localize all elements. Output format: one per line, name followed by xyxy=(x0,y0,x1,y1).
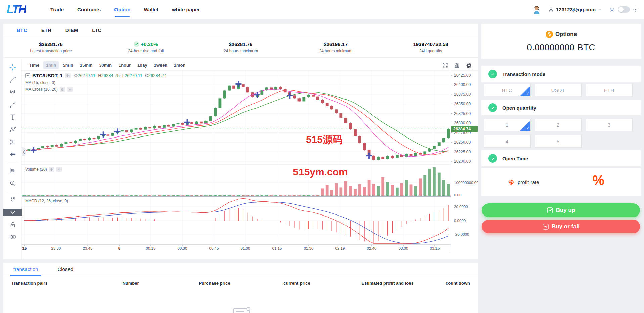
profit-rate-unit: % xyxy=(592,173,604,188)
support-avatar[interactable] xyxy=(532,5,541,14)
nav-item-contracts[interactable]: Contracts xyxy=(77,0,101,19)
timeframe-5min[interactable]: 5min xyxy=(60,61,76,69)
gem-icon xyxy=(508,179,515,186)
tool-gann-fan-icon[interactable] xyxy=(3,87,22,97)
market-tab-btc[interactable]: BTC xyxy=(17,27,27,33)
timeframe-1day[interactable]: 1day xyxy=(135,61,150,69)
timeframe-1mon[interactable]: 1mon xyxy=(171,61,188,69)
ma-cross-close-icon[interactable]: ✕ xyxy=(67,87,73,92)
tool-back-arrow-icon[interactable] xyxy=(3,149,22,159)
svg-text:100000000.00: 100000000.00 xyxy=(454,181,478,185)
timeframe-15min[interactable]: 15min xyxy=(77,61,95,69)
sun-icon xyxy=(609,7,615,12)
timeframe-30min[interactable]: 30min xyxy=(96,61,114,69)
orders-tab-closed[interactable]: Closed xyxy=(57,263,73,276)
orders-tab-transaction[interactable]: transaction xyxy=(13,263,38,276)
tool-lock-icon[interactable] xyxy=(3,220,22,230)
fullscreen-icon[interactable] xyxy=(441,62,449,69)
timeframe-1week[interactable]: 1week xyxy=(151,61,170,69)
theme-switcher xyxy=(609,6,638,13)
svg-text:15: 15 xyxy=(22,246,27,250)
volume-close-icon[interactable]: ✕ xyxy=(56,167,62,172)
buy-fall-button[interactable]: Buy or fall xyxy=(482,220,640,233)
market-tabs: BTCETHDIEMLTC xyxy=(3,24,478,37)
option-4[interactable]: 4 xyxy=(484,135,531,148)
profit-rate-card: profit rate % xyxy=(481,168,641,196)
toggle-knob xyxy=(618,7,624,12)
brand-logo[interactable]: LTH xyxy=(7,3,26,16)
panel-title: Options xyxy=(555,31,577,38)
theme-toggle[interactable] xyxy=(618,6,630,13)
option-1[interactable]: 1✓ xyxy=(484,119,531,131)
tool-zoom-in-icon[interactable] xyxy=(3,178,22,188)
svg-text:26425.00: 26425.00 xyxy=(454,73,471,78)
options-balance-card: $ Options 0.00000000 BTC xyxy=(481,24,641,59)
stat-label: 24 hours minimum xyxy=(319,49,352,53)
timeframe-1min[interactable]: 1min xyxy=(43,61,59,69)
chart-area[interactable]: 26425.0026400.0026375.0026350.0026325.00… xyxy=(22,71,478,252)
tool-trend-line-icon[interactable] xyxy=(3,75,22,85)
legend-collapse-icon[interactable]: – xyxy=(25,73,30,78)
svg-text:0.0000: 0.0000 xyxy=(454,219,466,223)
tools-divider xyxy=(7,192,18,192)
svg-text:26350.00: 26350.00 xyxy=(454,102,471,106)
trade-panel: $ Options 0.00000000 BTC Transaction mod… xyxy=(481,24,641,259)
timeframe-1hour[interactable]: 1hour xyxy=(116,61,133,69)
svg-text:26300.00: 26300.00 xyxy=(454,121,471,125)
tool-xabcd-pattern-icon[interactable] xyxy=(3,124,22,134)
svg-text:00:30: 00:30 xyxy=(178,246,187,250)
nav-item-option[interactable]: Option xyxy=(114,0,130,19)
stat-block: $26281.76 Latest transaction price xyxy=(3,37,98,57)
option-group: BTC✓USDTETH xyxy=(484,84,639,96)
section-header: Open quantity xyxy=(481,100,641,115)
tool-forecast-icon[interactable] xyxy=(3,137,22,147)
user-menu[interactable]: 123123@qq.com xyxy=(548,7,602,12)
nav-item-trade[interactable]: Trade xyxy=(50,0,64,19)
chevron-down-icon xyxy=(598,8,602,12)
buy-up-button[interactable]: Buy up xyxy=(482,203,640,217)
pair-settings-gear-icon[interactable]: ⚙ xyxy=(65,73,71,78)
stat-label: 24-hour rise and fall xyxy=(128,49,164,53)
timeframe-list: Time1min5min15min30min1hour1day1week1mon xyxy=(27,61,188,69)
tool-crosshair-icon[interactable] xyxy=(3,62,22,72)
orders-column-header: Number xyxy=(89,281,173,286)
nav-item-white-paper[interactable]: white paper xyxy=(172,0,200,19)
tool-brush-icon[interactable] xyxy=(3,100,22,110)
timeframe-time[interactable]: Time xyxy=(27,61,42,69)
tool-eye-icon[interactable] xyxy=(3,232,22,242)
nav-item-wallet[interactable]: Wallet xyxy=(144,0,158,19)
macd-indicator-label: MACD (12, 26, close, 9) xyxy=(25,199,68,203)
ma-cross-gear-icon[interactable]: ⚙ xyxy=(60,87,65,92)
svg-text:26225.00: 26225.00 xyxy=(454,150,471,154)
option-3[interactable]: 3 xyxy=(586,119,633,131)
option-eth[interactable]: ETH xyxy=(586,84,633,96)
option-2[interactable]: 2 xyxy=(535,119,582,131)
header-right: 123123@qq.com xyxy=(532,0,638,19)
svg-text:03:15: 03:15 xyxy=(430,246,440,250)
tool-magnet-icon[interactable] xyxy=(3,195,22,205)
tool-text-tool-icon[interactable] xyxy=(3,112,22,122)
market-tab-diem[interactable]: DIEM xyxy=(65,27,78,33)
moneybag-icon: $ xyxy=(545,30,553,38)
chart-down-icon xyxy=(542,223,549,230)
watermark-line2: 515ym.com xyxy=(293,166,348,178)
settings-gear-icon[interactable] xyxy=(465,62,473,69)
volume-gear-icon[interactable]: ⚙ xyxy=(49,167,54,172)
option-usdt[interactable]: USDT xyxy=(535,84,582,96)
order-tabs: transactionClosed xyxy=(3,263,478,276)
candlestick-chart[interactable]: 26425.0026400.0026375.0026350.0026325.00… xyxy=(22,71,478,252)
svg-text:02:19: 02:19 xyxy=(335,246,345,250)
section-label: Open quantity xyxy=(502,105,536,111)
stat-block: $26281.76 24 hours maximum xyxy=(193,37,288,57)
user-email: 123123@qq.com xyxy=(556,7,596,12)
option-5[interactable]: 5 xyxy=(535,135,582,148)
orders-table-header: Transaction pairsNumberPurchase pricecur… xyxy=(3,276,478,290)
tool-bar-measure-icon[interactable] xyxy=(3,166,22,176)
market-tab-ltc[interactable]: LTC xyxy=(92,27,101,33)
option-btc[interactable]: BTC✓ xyxy=(484,84,531,96)
market-tab-eth[interactable]: ETH xyxy=(41,27,51,33)
indicators-icon[interactable] xyxy=(453,62,461,69)
tools-collapse-button[interactable] xyxy=(3,209,22,216)
svg-text:03:00: 03:00 xyxy=(399,246,408,250)
ma-label: MA (15, close, 0) xyxy=(25,80,167,85)
